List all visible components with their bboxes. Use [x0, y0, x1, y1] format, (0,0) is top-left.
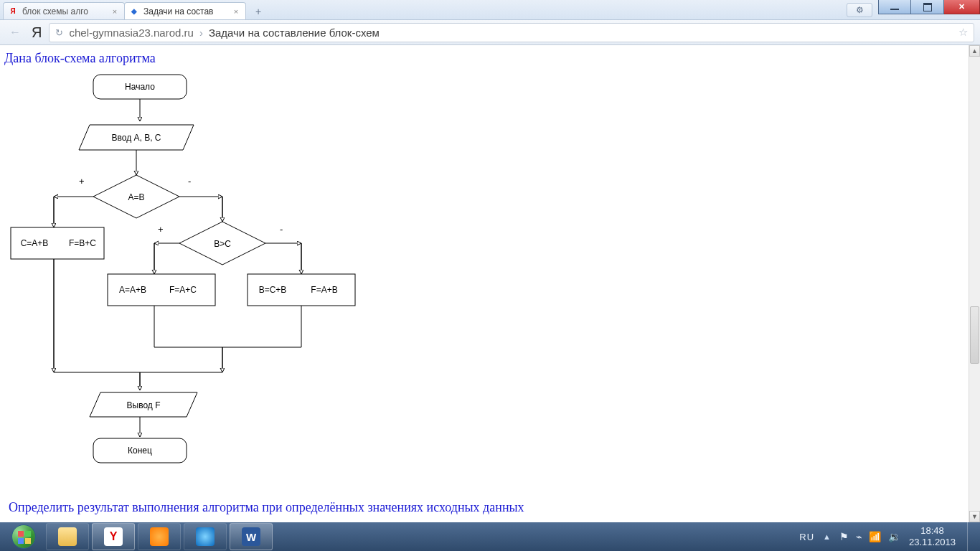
scroll-up-icon[interactable]: ▲	[969, 45, 980, 57]
svg-text:A=B: A=B	[128, 192, 144, 202]
yandex-logo-icon[interactable]: Я	[30, 24, 43, 41]
svg-text:A=A+B: A=A+B	[119, 285, 146, 295]
settings-gear-icon[interactable]: ⚙	[847, 3, 872, 17]
bookmark-star-icon[interactable]: ☆	[958, 26, 968, 39]
scroll-track[interactable]	[969, 57, 980, 511]
url-host: chel-gymnasia23.narod.ru	[69, 27, 193, 39]
system-tray: RU ▲ ⚑ ⌁ 📶 🔉 18:48 23.11.2013	[799, 525, 960, 549]
heading-bottom: Определить результат выполнения алгоритм…	[4, 494, 524, 519]
network-icon[interactable]: 📶	[869, 531, 881, 542]
favicon-site: ◆	[129, 6, 139, 17]
new-tab-button[interactable]: +	[248, 4, 268, 19]
svg-text:F=B+C: F=B+C	[69, 238, 96, 248]
word-icon	[242, 527, 260, 546]
svg-text:Конец: Конец	[128, 446, 152, 456]
window-close-button[interactable]	[944, 0, 980, 14]
svg-text:-: -	[188, 176, 191, 187]
svg-text:+: +	[79, 176, 85, 187]
taskbar: RU ▲ ⚑ ⌁ 📶 🔉 18:48 23.11.2013	[0, 522, 980, 551]
clock[interactable]: 18:48 23.11.2013	[909, 525, 956, 549]
tab-title: Задачи на состав	[143, 6, 227, 17]
favicon-yandex: Я	[8, 6, 18, 17]
tab-title: блок схемы алго	[22, 6, 105, 17]
caption-buttons: ⚙	[847, 0, 980, 19]
svg-text:C=A+B: C=A+B	[21, 238, 49, 248]
vertical-scrollbar[interactable]: ▲ ▼	[969, 45, 980, 522]
task-ie[interactable]	[184, 523, 227, 550]
start-orb-icon	[11, 524, 36, 549]
start-button[interactable]	[4, 522, 43, 551]
svg-text:B>C: B>C	[214, 239, 231, 249]
svg-text:F=A+C: F=A+C	[169, 285, 197, 295]
volume-icon[interactable]: 🔉	[888, 531, 900, 542]
flowchart: Начало Ввод A, B, C A=B + - C=A+B F=B+C	[0, 71, 402, 516]
tab-close-icon[interactable]: ×	[110, 6, 120, 17]
tab-close-icon[interactable]: ×	[231, 6, 241, 17]
ie-icon	[196, 527, 215, 546]
page-title-crumb: Задачи на составление блок-схем	[209, 27, 380, 39]
scroll-down-icon[interactable]: ▼	[969, 511, 980, 522]
svg-text:Вывод F: Вывод F	[127, 400, 161, 410]
task-wmp[interactable]	[138, 523, 181, 550]
explorer-icon	[58, 527, 77, 546]
address-bar[interactable]: ↻ chel-gymnasia23.narod.ru › Задачи на с…	[49, 23, 974, 42]
svg-text:+: +	[158, 224, 164, 235]
tab-strip: Я блок схемы алго × ◆ Задачи на состав ×…	[0, 0, 268, 19]
heading-top: Дана блок-схема алгоритма	[0, 45, 969, 70]
tray-icons: ⚑ ⌁ 📶 🔉	[839, 531, 900, 542]
window-titlebar: Я блок схемы алго × ◆ Задачи на состав ×…	[0, 0, 980, 20]
tab-1[interactable]: Я блок схемы алго ×	[3, 2, 125, 19]
clock-time: 18:48	[909, 525, 956, 537]
yandex-icon	[104, 527, 123, 546]
power-icon[interactable]: ⌁	[856, 531, 862, 542]
tray-overflow-icon[interactable]: ▲	[823, 532, 831, 541]
page-content: Дана блок-схема алгоритма Начало Ввод A,…	[0, 45, 969, 522]
window-maximize-button[interactable]	[911, 0, 944, 14]
svg-text:F=A+B: F=A+B	[311, 285, 337, 295]
svg-text:-: -	[280, 224, 283, 235]
task-word[interactable]	[230, 523, 273, 550]
page-viewport: Дана блок-схема алгоритма Начало Ввод A,…	[0, 45, 980, 522]
input-lang[interactable]: RU	[799, 532, 814, 542]
browser-toolbar: ← Я ↻ chel-gymnasia23.narod.ru › Задачи …	[0, 20, 980, 45]
svg-text:Ввод A, B, C: Ввод A, B, C	[112, 133, 161, 143]
task-explorer[interactable]	[46, 523, 89, 550]
tab-2[interactable]: ◆ Задачи на состав ×	[124, 2, 246, 19]
scroll-thumb[interactable]	[970, 306, 979, 364]
reload-icon[interactable]: ↻	[55, 27, 63, 38]
breadcrumb-sep-icon: ›	[199, 27, 203, 39]
svg-text:Начало: Начало	[125, 82, 155, 92]
wmp-icon	[150, 527, 169, 546]
flag-icon[interactable]: ⚑	[839, 531, 849, 542]
back-button[interactable]: ←	[6, 23, 24, 42]
svg-text:B=C+B: B=C+B	[259, 285, 287, 295]
window-minimize-button[interactable]	[878, 0, 911, 14]
task-yandex[interactable]	[92, 523, 135, 550]
show-desktop-button[interactable]	[967, 522, 976, 551]
clock-date: 23.11.2013	[909, 537, 956, 548]
